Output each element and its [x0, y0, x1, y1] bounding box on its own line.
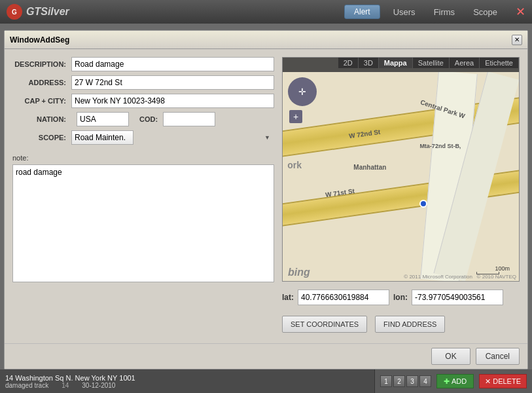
map-ork-label: ork — [287, 160, 302, 170]
map-action-buttons: SET COORDINATES FIND ADDRESS — [282, 313, 520, 335]
lat-input[interactable] — [298, 290, 389, 305]
add-plus-icon: ✚ — [444, 377, 450, 386]
firms-nav[interactable]: Firms — [429, 7, 461, 17]
status-description: damaged track — [5, 382, 48, 389]
map-background: W 72nd St Central Park W Manhattan W 71s… — [283, 72, 519, 281]
dialog-window: WindowAddSeg ✕ DESCRIPTION: ADDRESS: CAP… — [4, 30, 528, 369]
delete-button[interactable]: ✕ DELETE — [479, 374, 527, 388]
dialog-close-button[interactable]: ✕ — [512, 35, 522, 45]
cod-input[interactable] — [163, 112, 215, 126]
bing-logo: bing — [288, 267, 310, 278]
scope-nav[interactable]: Scope — [468, 7, 503, 17]
alert-button[interactable]: Alert — [344, 5, 380, 19]
description-row: DESCRIPTION: — [12, 57, 274, 71]
map-scale-bar — [476, 272, 499, 274]
map-tab-etichette[interactable]: Etichette — [480, 58, 519, 68]
dialog-title: WindowAddSeg — [10, 35, 69, 45]
pager: 1 2 3 4 — [380, 375, 431, 387]
description-input[interactable] — [71, 57, 274, 71]
map-navigation[interactable]: ✛ — [288, 77, 317, 106]
cancel-button[interactable]: Cancel — [476, 348, 520, 365]
map-tabs: 2D 3D Mappa Satellite Aerea Etichette — [338, 58, 519, 68]
page-4-button[interactable]: 4 — [419, 375, 431, 387]
ok-button[interactable]: OK — [431, 348, 470, 365]
dialog-body: DESCRIPTION: ADDRESS: CAP + CITY: NATION… — [5, 49, 527, 343]
map-scale-label: 100m — [495, 265, 510, 272]
status-date: 30-12-2010 — [82, 382, 115, 389]
cap-city-label: CAP + CITY: — [12, 97, 71, 105]
lat-label: lat: — [282, 293, 294, 302]
status-number: 14 — [62, 382, 69, 389]
users-nav[interactable]: Users — [388, 7, 421, 17]
map-top-bar: 2D 3D Mappa Satellite Aerea Etichette — [283, 58, 519, 72]
map-zoom-in-button[interactable]: + — [289, 110, 302, 123]
nation-input[interactable] — [77, 112, 129, 126]
map-container: 2D 3D Mappa Satellite Aerea Etichette ✛ … — [282, 57, 520, 282]
right-panel: 2D 3D Mappa Satellite Aerea Etichette ✛ … — [282, 57, 520, 335]
app-logo: G GTSilver — [7, 4, 69, 20]
address-label: ADDRESS: — [12, 79, 71, 86]
find-address-button[interactable]: FIND ADDRESS — [375, 316, 445, 333]
note-textarea[interactable]: road damage — [12, 164, 274, 282]
nav-arrows-icon: ✛ — [298, 87, 306, 96]
description-label: DESCRIPTION: — [12, 60, 71, 68]
status-right: 1 2 3 4 ✚ ADD ✕ DELETE — [375, 369, 532, 393]
map-copyright: © 2011 Microsoft Corporation © 2010 NAVT… — [404, 274, 516, 280]
form-panel: DESCRIPTION: ADDRESS: CAP + CITY: NATION… — [12, 57, 274, 335]
set-coordinates-button[interactable]: SET COORDINATES — [282, 316, 367, 333]
status-address: 14 Washington Sq N. New York NY 1001 — [5, 374, 135, 382]
page-2-button[interactable]: 2 — [393, 375, 405, 387]
app-title: GTSilver — [26, 6, 69, 18]
dialog-footer: OK Cancel — [5, 343, 527, 369]
scope-row: SCOPE: Road Mainten. Bridge Mainten. Sid… — [12, 130, 274, 145]
address-row: ADDRESS: — [12, 75, 274, 90]
map-tab-aerea[interactable]: Aerea — [450, 58, 480, 68]
map-stop-label-mta: Mta-72nd St-B, — [419, 143, 461, 149]
coordinates-row: lat: lon: — [282, 287, 520, 308]
address-input[interactable] — [71, 75, 274, 90]
status-bar: 14 Washington Sq N. New York NY 1001 dam… — [0, 369, 532, 393]
page-3-button[interactable]: 3 — [406, 375, 418, 387]
map-tab-3d[interactable]: 3D — [359, 58, 379, 68]
map-tab-mappa[interactable]: Mappa — [379, 58, 413, 68]
app-close-button[interactable]: ✕ — [516, 5, 525, 19]
lon-label: lon: — [393, 293, 408, 302]
map-tab-satellite[interactable]: Satellite — [413, 58, 450, 68]
cap-city-row: CAP + CITY: — [12, 94, 274, 108]
add-label: ADD — [452, 377, 467, 385]
delete-label: DELETE — [493, 377, 521, 385]
note-label: note: — [12, 154, 274, 162]
delete-x-icon: ✕ — [485, 377, 491, 386]
cod-label: COD: — [134, 115, 158, 123]
scope-select[interactable]: Road Mainten. Bridge Mainten. Sidewalk — [71, 130, 133, 145]
cap-city-input[interactable] — [71, 94, 274, 108]
status-item-main: 14 Washington Sq N. New York NY 1001 — [5, 374, 369, 382]
logo-icon: G — [7, 4, 22, 20]
page-1-button[interactable]: 1 — [380, 375, 392, 387]
add-button[interactable]: ✚ ADD — [436, 374, 474, 388]
nation-label: NATION: — [12, 115, 71, 123]
status-left: 14 Washington Sq N. New York NY 1001 dam… — [0, 369, 375, 393]
note-section: note: road damage — [12, 154, 274, 284]
scope-select-wrapper: Road Mainten. Bridge Mainten. Sidewalk — [71, 130, 274, 145]
nation-row: NATION: COD: — [12, 112, 274, 126]
map-tab-2d[interactable]: 2D — [338, 58, 359, 68]
scope-label: SCOPE: — [12, 134, 71, 141]
map-area-label-manhattan: Manhattan — [353, 164, 386, 171]
dialog-titlebar: WindowAddSeg ✕ — [5, 31, 527, 49]
top-bar: G GTSilver Alert Users Firms Scope ✕ — [0, 0, 532, 24]
lon-input[interactable] — [412, 290, 503, 305]
